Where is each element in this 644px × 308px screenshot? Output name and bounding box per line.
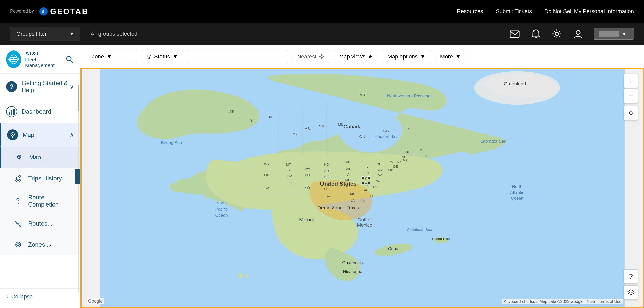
svg-rect-142 — [368, 176, 370, 179]
map-chevron: ∧ — [70, 131, 74, 138]
status-label: Status — [154, 53, 170, 60]
resources-link[interactable]: Resources — [457, 8, 483, 15]
layers-icon — [627, 289, 635, 296]
search-button[interactable] — [65, 55, 74, 64]
svg-point-16 — [12, 134, 13, 135]
svg-text:Guatemala: Guatemala — [342, 260, 363, 265]
map-container[interactable]: Greenland Canada United States Mexico Be… — [80, 68, 644, 308]
map-options-label: Map options — [387, 53, 418, 60]
sidebar-item-getting-started[interactable]: ? Getting Started & Help ∨ — [0, 74, 80, 100]
bell-icon — [530, 28, 541, 39]
sidebar-item-map[interactable]: Map ∧ — [0, 123, 80, 147]
more-label: More — [440, 53, 453, 60]
svg-point-3 — [555, 32, 559, 36]
svg-point-34 — [321, 56, 323, 58]
svg-text:Puerto Rico: Puerto Rico — [432, 237, 450, 241]
svg-text:Bering Sea: Bering Sea — [161, 140, 182, 145]
sidebar-logo-area: AT&T Fleet Management — [0, 45, 80, 74]
do-not-sell-link[interactable]: Do Not Sell My Personal Information — [544, 8, 634, 15]
svg-point-140 — [245, 274, 248, 278]
groups-filter-button[interactable]: Groups filter ▼ — [10, 27, 80, 41]
svg-point-10 — [67, 56, 71, 61]
svg-text:Mexico: Mexico — [357, 222, 372, 228]
svg-text:Ocean: Ocean — [511, 196, 524, 201]
user-button[interactable] — [573, 28, 584, 39]
svg-marker-33 — [147, 55, 151, 59]
sidebar: AT&T Fleet Management ? Getting Started … — [0, 45, 80, 308]
svg-text:IA: IA — [346, 173, 350, 176]
user-menu-button[interactable]: ▼ — [594, 28, 634, 40]
svg-text:Canada: Canada — [344, 124, 362, 129]
svg-text:MN: MN — [345, 160, 351, 164]
dashboard-chart-icon — [8, 108, 15, 115]
svg-text:OR: OR — [264, 173, 269, 177]
svg-text:CA: CA — [264, 186, 269, 190]
routes-icon — [13, 218, 24, 229]
sidebar-item-map-sub[interactable]: Map — [0, 147, 80, 168]
bell-button[interactable] — [530, 28, 541, 39]
sidebar-item-zones[interactable]: Zones... › — [0, 234, 80, 255]
svg-text:Northwestern Passages: Northwestern Passages — [387, 94, 433, 98]
svg-point-18 — [18, 156, 20, 158]
svg-text:Greenland: Greenland — [504, 81, 526, 86]
att-logo — [6, 50, 21, 68]
zone-arrow: ▼ — [106, 53, 112, 60]
sidebar-item-routes[interactable]: Routes... › — [0, 213, 80, 234]
svg-text:NT: NT — [269, 115, 274, 119]
nearest-button[interactable]: Nearest — [292, 50, 330, 63]
sidebar-item-route-completion[interactable]: Route Completion — [0, 189, 80, 213]
zones-nav-icon — [14, 241, 22, 249]
sidebar-item-dashboard[interactable]: Dashboard — [0, 100, 80, 123]
svg-text:Mexico: Mexico — [299, 217, 316, 222]
company-name: AT&T — [25, 50, 61, 57]
search-input[interactable] — [187, 50, 288, 63]
map-options-button[interactable]: Map options ▼ — [382, 50, 431, 63]
sidebar-toggle-button[interactable]: › — [75, 169, 80, 184]
trips-nav-icon — [14, 174, 22, 182]
svg-rect-143 — [362, 182, 364, 184]
svg-text:AB: AB — [305, 126, 310, 131]
zoom-out-button[interactable]: − — [624, 89, 638, 103]
submit-tickets-link[interactable]: Submit Tickets — [496, 8, 532, 15]
product-name: Fleet Management — [25, 57, 61, 68]
map-views-label: Map views — [339, 53, 365, 60]
svg-text:UT: UT — [290, 181, 294, 185]
att-logo-icon — [7, 53, 20, 66]
svg-rect-144 — [368, 182, 370, 184]
locate-button[interactable] — [624, 106, 638, 120]
svg-text:MS: MS — [350, 192, 355, 196]
svg-point-20 — [19, 175, 21, 177]
star-icon: ★ — [368, 53, 373, 60]
map-sub-nav-icon — [15, 153, 23, 161]
svg-text:North: North — [512, 184, 522, 189]
status-button[interactable]: Status ▼ — [141, 50, 183, 63]
svg-text:NU: NU — [359, 93, 365, 97]
svg-text:Atlantic: Atlantic — [510, 190, 524, 195]
svg-text:BC: BC — [292, 132, 297, 136]
logo-area: Powered by G GEOTAB — [10, 7, 89, 16]
sidebar-item-trips-history[interactable]: Trips History — [0, 168, 80, 189]
layers-button[interactable] — [624, 285, 638, 299]
svg-text:NM: NM — [326, 183, 332, 186]
help-map-button[interactable]: ? — [624, 269, 638, 283]
map-controls: + − — [624, 74, 638, 120]
zone-select[interactable]: Zone ▼ — [87, 50, 137, 63]
zones-icon — [13, 239, 24, 250]
svg-text:MB: MB — [338, 122, 344, 126]
sidebar-scrollbar[interactable] — [78, 85, 79, 293]
map-views-button[interactable]: Map views ★ — [334, 50, 378, 63]
more-button[interactable]: More ▼ — [435, 50, 466, 63]
svg-text:North: North — [216, 201, 227, 206]
mail-button[interactable] — [509, 28, 520, 39]
main-layout: AT&T Fleet Management ? Getting Started … — [0, 45, 644, 308]
mail-icon — [509, 28, 520, 39]
settings-button[interactable] — [551, 28, 562, 39]
svg-text:MD: MD — [388, 168, 393, 172]
dashboard-icon — [6, 106, 17, 117]
svg-text:IN: IN — [365, 171, 369, 175]
svg-rect-14 — [13, 109, 15, 115]
svg-text:DE: DE — [393, 165, 398, 168]
collapse-button[interactable]: ‹ Collapse — [0, 288, 80, 305]
svg-text:SK: SK — [319, 124, 324, 128]
zoom-in-button[interactable]: + — [624, 74, 638, 88]
